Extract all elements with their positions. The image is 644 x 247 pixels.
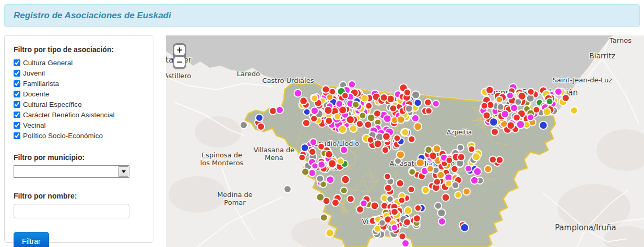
- association-marker[interactable]: [383, 132, 390, 140]
- association-marker[interactable]: [437, 209, 445, 217]
- type-filter-option[interactable]: Cultura General: [14, 57, 145, 68]
- association-marker[interactable]: [507, 92, 514, 99]
- type-filter-checkbox[interactable]: [14, 80, 20, 87]
- association-marker[interactable]: [276, 106, 283, 114]
- association-marker[interactable]: [397, 151, 404, 158]
- type-filter-checkbox[interactable]: [14, 91, 20, 97]
- association-marker[interactable]: [473, 168, 481, 176]
- association-marker[interactable]: [326, 229, 333, 237]
- type-filter-option[interactable]: Cultural Específico: [14, 99, 145, 109]
- association-marker[interactable]: [412, 91, 420, 98]
- association-marker[interactable]: [496, 96, 503, 103]
- association-marker[interactable]: [570, 107, 578, 114]
- municipality-select[interactable]: [14, 166, 129, 177]
- type-filter-checkbox[interactable]: [14, 101, 20, 108]
- map-canvas[interactable]: SantanderAstilleroLaredoCastro UrdialesE…: [166, 35, 644, 247]
- association-marker[interactable]: [382, 146, 389, 153]
- association-marker[interactable]: [433, 101, 439, 107]
- association-marker[interactable]: [316, 175, 324, 182]
- association-marker[interactable]: [322, 86, 329, 93]
- association-marker[interactable]: [339, 125, 347, 133]
- association-marker[interactable]: [284, 186, 291, 193]
- association-marker[interactable]: [468, 146, 475, 153]
- association-marker[interactable]: [342, 92, 349, 99]
- association-marker[interactable]: [371, 202, 379, 210]
- association-marker[interactable]: [486, 86, 494, 94]
- type-filter-checkbox[interactable]: [14, 70, 20, 77]
- association-marker[interactable]: [302, 168, 309, 176]
- association-marker[interactable]: [406, 105, 413, 113]
- association-marker[interactable]: [325, 117, 332, 125]
- association-marker[interactable]: [528, 89, 534, 95]
- association-marker[interactable]: [497, 104, 504, 110]
- association-marker[interactable]: [422, 187, 430, 194]
- zoom-out-button[interactable]: −: [174, 57, 185, 67]
- association-marker[interactable]: [361, 95, 368, 102]
- type-filter-option[interactable]: Político Socio-Económico: [14, 130, 145, 141]
- association-marker[interactable]: [533, 106, 540, 113]
- map[interactable]: SantanderAstilleroLaredoCastro UrdialesE…: [166, 35, 644, 247]
- association-marker[interactable]: [434, 178, 440, 185]
- association-marker[interactable]: [332, 199, 339, 206]
- association-marker[interactable]: [256, 114, 263, 121]
- type-filter-option[interactable]: Familiarista: [14, 78, 145, 89]
- association-marker[interactable]: [424, 99, 432, 106]
- association-marker[interactable]: [425, 107, 432, 114]
- association-marker[interactable]: [438, 218, 446, 225]
- association-marker[interactable]: [349, 81, 356, 88]
- association-marker[interactable]: [327, 94, 333, 100]
- name-filter-input[interactable]: [14, 204, 129, 218]
- association-marker[interactable]: [458, 154, 465, 161]
- association-marker[interactable]: [445, 180, 452, 187]
- association-marker[interactable]: [316, 193, 324, 201]
- association-marker[interactable]: [401, 129, 409, 136]
- association-marker[interactable]: [452, 182, 459, 189]
- association-marker[interactable]: [501, 110, 509, 118]
- association-marker[interactable]: [391, 208, 398, 216]
- association-marker[interactable]: [429, 152, 437, 160]
- association-marker[interactable]: [414, 99, 421, 106]
- filter-button[interactable]: Filtrar: [14, 232, 49, 247]
- association-marker[interactable]: [414, 122, 422, 130]
- association-marker[interactable]: [387, 196, 393, 203]
- association-marker[interactable]: [455, 192, 461, 199]
- association-marker[interactable]: [399, 233, 406, 240]
- association-marker[interactable]: [380, 94, 388, 101]
- association-marker[interactable]: [300, 97, 307, 105]
- association-marker[interactable]: [527, 114, 534, 121]
- association-marker[interactable]: [412, 115, 419, 122]
- association-marker[interactable]: [311, 95, 318, 102]
- association-marker[interactable]: [374, 140, 382, 148]
- association-marker[interactable]: [379, 220, 385, 226]
- association-marker[interactable]: [403, 218, 411, 226]
- association-marker[interactable]: [360, 200, 367, 207]
- association-marker[interactable]: [539, 121, 547, 129]
- association-marker[interactable]: [301, 144, 309, 152]
- association-marker[interactable]: [460, 224, 469, 232]
- association-marker[interactable]: [269, 107, 277, 115]
- association-marker[interactable]: [337, 158, 344, 165]
- association-marker[interactable]: [394, 135, 401, 142]
- type-filter-checkbox[interactable]: [14, 122, 20, 129]
- association-marker[interactable]: [341, 176, 350, 184]
- association-marker[interactable]: [390, 105, 397, 112]
- association-marker[interactable]: [409, 168, 415, 175]
- association-marker[interactable]: [408, 136, 415, 143]
- association-marker[interactable]: [435, 202, 442, 209]
- association-marker[interactable]: [490, 118, 498, 126]
- type-filter-option[interactable]: Carácter Benéfico Asistencial: [14, 109, 145, 120]
- association-marker[interactable]: [446, 157, 452, 164]
- association-marker[interactable]: [374, 110, 381, 117]
- association-marker[interactable]: [546, 98, 553, 105]
- association-marker[interactable]: [320, 214, 328, 221]
- association-marker[interactable]: [490, 156, 497, 164]
- association-marker[interactable]: [352, 101, 359, 108]
- association-marker[interactable]: [402, 240, 409, 247]
- association-marker[interactable]: [555, 88, 562, 95]
- type-filter-option[interactable]: Juvenil: [14, 68, 145, 78]
- association-marker[interactable]: [416, 159, 424, 167]
- association-marker[interactable]: [399, 197, 405, 203]
- association-marker[interactable]: [562, 94, 569, 102]
- association-marker[interactable]: [404, 207, 412, 215]
- association-marker[interactable]: [340, 146, 348, 154]
